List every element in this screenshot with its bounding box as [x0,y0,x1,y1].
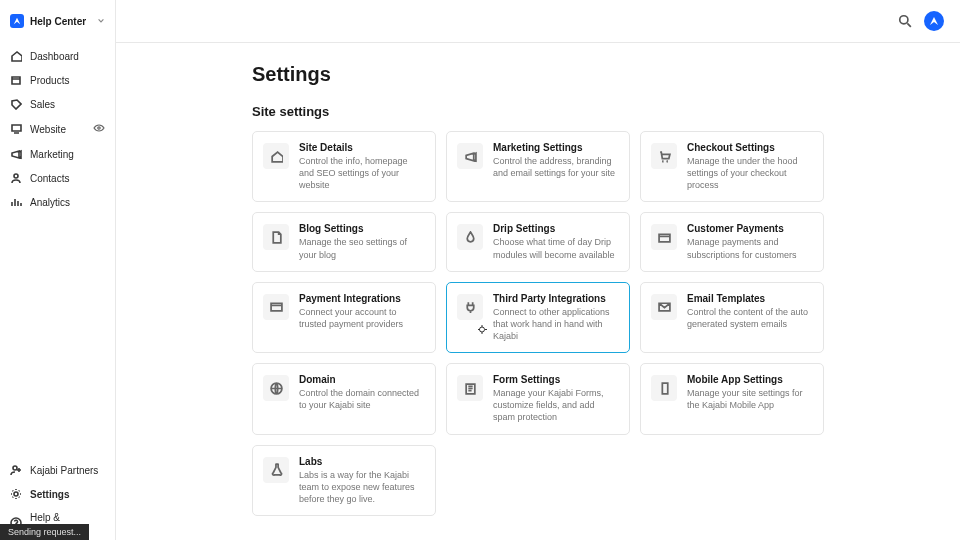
card-desc: Labs is a way for the Kajabi team to exp… [299,469,425,505]
cart-icon [651,143,677,169]
phone-icon [651,375,677,401]
page-title: Settings [252,63,920,86]
card-title: Third Party Integrations [493,293,619,304]
sidebar-item-kajabi-partners[interactable]: Kajabi Partners [0,458,115,482]
card-body: Third Party Integrations Connect to othe… [493,293,619,342]
card-body: Email Templates Control the content of t… [687,293,813,342]
card-body: Mobile App Settings Manage your site set… [687,374,813,423]
flask-icon [263,457,289,483]
mail-icon [651,294,677,320]
svg-point-1 [900,16,908,24]
card-body: Customer Payments Manage payments and su… [687,223,813,260]
card-desc: Control the info, homepage and SEO setti… [299,155,425,191]
eye-icon[interactable] [93,122,105,136]
card-title: Blog Settings [299,223,425,234]
card-mobile-app-settings[interactable]: Mobile App Settings Manage your site set… [640,363,824,434]
main-content: Settings Site settings Site Details Cont… [116,43,960,540]
card-body: Blog Settings Manage the seo settings of… [299,223,425,260]
sidebar-item-dashboard[interactable]: Dashboard [0,44,115,68]
card-form-settings[interactable]: Form Settings Manage your Kajabi Forms, … [446,363,630,434]
card-title: Labs [299,456,425,467]
card-desc: Manage payments and subscriptions for cu… [687,236,813,260]
sidebar-item-contacts[interactable]: Contacts [0,166,115,190]
plug-icon [457,294,483,320]
card-domain[interactable]: Domain Control the domain connected to y… [252,363,436,434]
card-desc: Connect to other applications that work … [493,306,619,342]
card-desc: Control the content of the auto generate… [687,306,813,330]
card-desc: Manage the under the hood settings of yo… [687,155,813,191]
card-title: Form Settings [493,374,619,385]
sidebar-nav: DashboardProductsSalesWebsiteMarketingCo… [0,40,115,218]
sidebar-item-products[interactable]: Products [0,68,115,92]
card-desc: Manage your Kajabi Forms, customize fiel… [493,387,619,423]
sidebar-item-settings[interactable]: Settings [0,482,115,506]
tag-icon [10,98,22,110]
home-icon [10,50,22,62]
sidebar-item-label: Analytics [30,197,70,208]
card-checkout-settings[interactable]: Checkout Settings Manage the under the h… [640,131,824,202]
sidebar-item-label: Products [30,75,69,86]
box-icon [10,74,22,86]
card-site-details[interactable]: Site Details Control the info, homepage … [252,131,436,202]
card-third-party-integrations[interactable]: Third Party Integrations Connect to othe… [446,282,630,353]
topbar [116,0,960,43]
card-title: Mobile App Settings [687,374,813,385]
megaphone-icon [10,148,22,160]
status-toast: Sending request... [0,524,89,540]
card-body: Domain Control the domain connected to y… [299,374,425,423]
card-desc: Connect your account to trusted payment … [299,306,425,330]
sidebar-item-label: Marketing [30,149,74,160]
userplus-icon [10,464,22,476]
chevron-down-icon [97,15,105,27]
card-body: Marketing Settings Control the address, … [493,142,619,191]
card-desc: Manage the seo settings of your blog [299,236,425,260]
card-icon [651,224,677,250]
card-title: Payment Integrations [299,293,425,304]
megaphone-icon [457,143,483,169]
card-body: Site Details Control the info, homepage … [299,142,425,191]
section-title-site: Site settings [252,104,920,119]
card-payment-integrations[interactable]: Payment Integrations Connect your accoun… [252,282,436,353]
workspace-title: Help Center [30,16,86,27]
card-blog-settings[interactable]: Blog Settings Manage the seo settings of… [252,212,436,271]
sidebar-item-marketing[interactable]: Marketing [0,142,115,166]
home-icon [263,143,289,169]
bars-icon [10,196,22,208]
sidebar-item-label: Contacts [30,173,69,184]
sidebar-item-analytics[interactable]: Analytics [0,190,115,214]
sidebar-item-sales[interactable]: Sales [0,92,115,116]
app-logo [10,14,24,28]
sidebar-item-label: Website [30,124,66,135]
card-desc: Control the domain connected to your Kaj… [299,387,425,411]
avatar[interactable] [924,11,944,31]
globe-icon [263,375,289,401]
sidebar-item-website[interactable]: Website [0,116,115,142]
search-icon[interactable] [898,14,912,28]
sidebar-item-label: Sales [30,99,55,110]
drop-icon [457,224,483,250]
card-drip-settings[interactable]: Drip Settings Choose what time of day Dr… [446,212,630,271]
card-body: Payment Integrations Connect your accoun… [299,293,425,342]
card-title: Customer Payments [687,223,813,234]
settings-cards-grid: Site Details Control the info, homepage … [252,131,920,516]
card-title: Site Details [299,142,425,153]
card-labs[interactable]: Labs Labs is a way for the Kajabi team t… [252,445,436,516]
form-icon [457,375,483,401]
card-title: Email Templates [687,293,813,304]
card-title: Checkout Settings [687,142,813,153]
card-desc: Control the address, branding and email … [493,155,619,179]
doc-icon [263,224,289,250]
workspace-switcher[interactable]: Help Center [0,8,115,40]
card-email-templates[interactable]: Email Templates Control the content of t… [640,282,824,353]
gear-icon [10,488,22,500]
sidebar-item-label: Dashboard [30,51,79,62]
card-marketing-settings[interactable]: Marketing Settings Control the address, … [446,131,630,202]
card-customer-payments[interactable]: Customer Payments Manage payments and su… [640,212,824,271]
monitor-icon [10,123,22,135]
svg-point-0 [98,127,100,129]
card-title: Domain [299,374,425,385]
card-body: Drip Settings Choose what time of day Dr… [493,223,619,260]
card-desc: Choose what time of day Drip modules wil… [493,236,619,260]
user-icon [10,172,22,184]
card-body: Form Settings Manage your Kajabi Forms, … [493,374,619,423]
